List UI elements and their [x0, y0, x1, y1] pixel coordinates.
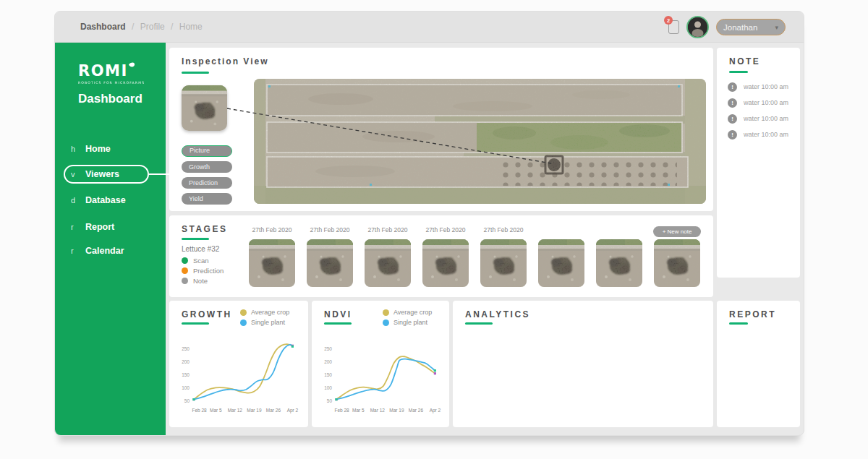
- ndvi-card: NDVI Average crop Single plant 501001502…: [312, 301, 449, 427]
- notification-badge: 2: [664, 16, 673, 25]
- average-crop-dot: [383, 309, 389, 316]
- stage-thumbnail[interactable]: [307, 239, 353, 287]
- top-bar: Dashboard / Profile / Home 2: [55, 12, 804, 43]
- analytics-card: ANALYTICS: [453, 301, 713, 427]
- svg-text:Mar 5: Mar 5: [210, 408, 222, 413]
- stage-thumbnail[interactable]: [480, 239, 527, 287]
- inspection-thumbnail[interactable]: [182, 85, 227, 131]
- svg-text:Apr 2: Apr 2: [287, 408, 299, 413]
- analytics-title: ANALYTICS: [465, 309, 530, 319]
- note-list-item[interactable]: ! water 10:00 am: [728, 113, 788, 124]
- note-dot: [182, 278, 188, 284]
- single-plant-dot: [240, 319, 247, 326]
- alert-icon: !: [728, 130, 737, 140]
- note-list-item[interactable]: ! water 10:00 am: [728, 82, 788, 92]
- sidebar-item-viewers[interactable]: v Viewers: [64, 165, 149, 184]
- svg-text:150: 150: [182, 372, 190, 377]
- growth-button[interactable]: Growth: [182, 161, 232, 173]
- note-list-item[interactable]: ! water 10:00 am: [728, 98, 788, 108]
- picture-button[interactable]: Picture: [182, 145, 232, 157]
- svg-text:50: 50: [184, 398, 190, 403]
- avatar[interactable]: [686, 16, 709, 38]
- sidebar-item-label: Report: [85, 222, 114, 232]
- person-icon: [688, 17, 707, 37]
- new-note-button[interactable]: + New note: [653, 226, 701, 237]
- stage-date: 27th Feb 2020: [417, 226, 475, 233]
- sidebar-item-label: Calendar: [85, 246, 124, 256]
- svg-text:Mar 26: Mar 26: [409, 408, 424, 413]
- breadcrumb-home[interactable]: Home: [179, 22, 203, 32]
- alert-icon: !: [728, 98, 737, 108]
- svg-text:100: 100: [324, 385, 332, 390]
- romi-logo: ROMI ROBOTICS FOR MICROFARMS: [78, 61, 147, 90]
- field-aerial-view[interactable]: [254, 79, 706, 204]
- breadcrumb: Dashboard / Profile / Home: [80, 12, 203, 43]
- sidebar-item-home[interactable]: h Home: [55, 140, 166, 158]
- sidebar-item-database[interactable]: d Database: [55, 191, 166, 210]
- calendar-icon: r: [71, 246, 81, 255]
- svg-text:Feb 28: Feb 28: [334, 408, 349, 413]
- breadcrumb-separator: /: [132, 22, 134, 32]
- sidebar-item-calendar[interactable]: r Calendar: [55, 241, 166, 260]
- single-plant-dot: [383, 319, 389, 326]
- page: Dashboard / Profile / Home 2: [0, 0, 868, 459]
- stage-thumbnail[interactable]: [596, 239, 642, 287]
- growth-title: GROWTH: [182, 309, 232, 319]
- note-title: NOTE: [729, 56, 760, 67]
- svg-text:Mar 19: Mar 19: [247, 408, 262, 413]
- svg-text:Mar 19: Mar 19: [389, 408, 404, 413]
- prediction-dot: [182, 267, 188, 274]
- ndvi-chart: 50100150200250Feb 28Mar 5Mar 12Mar 19Mar…: [318, 334, 445, 419]
- legend-label: Single plant: [251, 319, 285, 326]
- ndvi-legend: Average crop Single plant: [383, 307, 432, 327]
- inspection-view-card: Inspection View Picture Growth Predictio…: [169, 48, 713, 211]
- stage-thumbnail[interactable]: [365, 239, 411, 287]
- svg-text:250: 250: [182, 346, 190, 351]
- svg-text:100: 100: [182, 385, 190, 390]
- stage-thumbnail[interactable]: [249, 239, 295, 287]
- user-menu[interactable]: Jonathan ▾: [716, 19, 786, 35]
- alert-icon: !: [728, 82, 737, 92]
- breadcrumb-separator: /: [171, 22, 173, 32]
- report-icon: r: [71, 223, 81, 231]
- breadcrumb-dashboard[interactable]: Dashboard: [80, 22, 126, 32]
- stage-date: 27th Feb 2020: [475, 226, 532, 233]
- report-card: REPORT: [717, 301, 800, 427]
- stage-thumbnail[interactable]: [654, 239, 700, 287]
- sidebar-item-label: Viewers: [85, 169, 119, 179]
- logo-text: ROMI: [78, 62, 128, 80]
- legend-label: Scan: [193, 257, 209, 265]
- active-item-connector: [149, 173, 170, 175]
- report-title: REPORT: [729, 309, 776, 319]
- stage-date: 27th Feb 2020: [359, 226, 417, 233]
- stage-thumbnail[interactable]: [422, 239, 469, 287]
- legend-label: Note: [193, 277, 208, 285]
- home-icon: h: [71, 145, 81, 153]
- legend-label: Average crop: [251, 309, 289, 316]
- chevron-down-icon: ▾: [775, 24, 778, 31]
- sidebar-item-report[interactable]: r Report: [55, 218, 166, 236]
- note-text: water 10:00 am: [744, 115, 788, 122]
- title-underline: [182, 322, 209, 325]
- user-name: Jonathan: [723, 23, 757, 32]
- logo-tagline: ROBOTICS FOR MICROFARMS: [78, 81, 145, 85]
- note-text: water 10:00 am: [744, 131, 788, 138]
- note-list-item[interactable]: ! water 10:00 am: [728, 129, 788, 140]
- inspection-view-title: Inspection View: [182, 56, 268, 67]
- app-window: Dashboard / Profile / Home 2: [54, 11, 804, 436]
- note-text: water 10:00 am: [744, 99, 788, 106]
- title-underline: [729, 322, 748, 325]
- breadcrumb-profile[interactable]: Profile: [140, 22, 165, 32]
- sidebar-item-label: Home: [85, 144, 111, 154]
- title-underline: [729, 71, 748, 73]
- yield-button[interactable]: Yield: [182, 193, 232, 205]
- stage-thumbnail[interactable]: [538, 239, 584, 287]
- alert-icon: !: [728, 114, 737, 124]
- stage-subject: Lettuce #32: [182, 245, 219, 253]
- svg-text:250: 250: [324, 346, 332, 351]
- legend-label: Single plant: [393, 319, 427, 326]
- svg-text:Mar 5: Mar 5: [352, 408, 365, 413]
- notification-icon[interactable]: 2: [668, 20, 679, 34]
- prediction-button[interactable]: Prediction: [182, 177, 232, 189]
- svg-text:Mar 12: Mar 12: [228, 408, 243, 413]
